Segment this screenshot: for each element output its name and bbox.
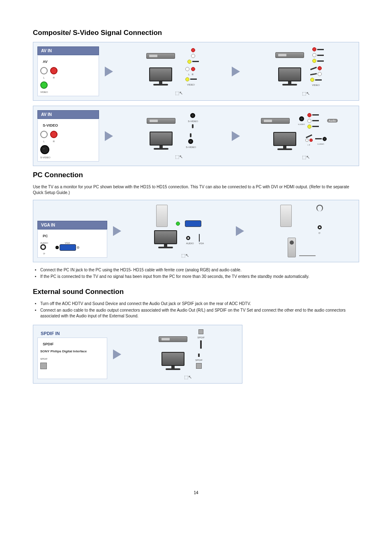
label-l: L (40, 140, 48, 143)
pc-tower-icon (280, 205, 292, 227)
tv-icon (149, 132, 173, 150)
tv-icon (272, 132, 297, 150)
audio-jack-icon (318, 225, 322, 229)
panel-subtitle-spdif: SPDIF (40, 340, 104, 347)
sound-bullets: Turn off the AOC HDTV and Sound Device a… (40, 301, 359, 319)
plug-group-icon: L R (305, 136, 313, 146)
speaker-icon (288, 238, 296, 257)
label-r: R (50, 76, 58, 79)
cursor-icon: ⬚↖ (302, 91, 310, 96)
label-spdif: SPDIF (40, 358, 104, 360)
jack-video-icon (40, 81, 48, 89)
vga-port-icon (60, 244, 76, 251)
arrow-icon (232, 67, 240, 76)
page-number: 14 (33, 490, 359, 495)
diagram-av-svideo: AV IN S-VIDEO L R S-VIDEO (33, 106, 359, 166)
label-l: L (40, 76, 48, 79)
cursor-icon: ⬚↖ (184, 375, 192, 380)
plug-group-icon: VIDEO (310, 66, 322, 86)
diagram-vga: VGA IN PC AUDIO ⟳ VGA (33, 200, 359, 262)
tv-icon (161, 352, 185, 370)
list-item: Turn off the AOC HDTV and Sound Device a… (40, 301, 359, 307)
spdif-port-icon (198, 329, 203, 334)
jack-group-icon (187, 48, 199, 64)
plug-group-icon (312, 47, 324, 63)
cursor-icon: ⬚↖ (181, 253, 189, 258)
svideo-conn-icon: S-VIDEO (186, 133, 196, 148)
panel-title-spdif: SPDIF IN (37, 329, 107, 338)
arrow-icon (105, 131, 113, 141)
pc-tower-icon (156, 205, 168, 227)
heading-composite: Composite/ S-Video Signal Connection (33, 29, 359, 37)
dvd-player-icon (275, 52, 304, 58)
cursor-icon: ⬚↖ (175, 154, 183, 160)
diagram-spdif: SPDIF IN SPDIF SONY Philips Digital Inte… (33, 325, 242, 384)
list-item: If the PC is connected to the TV and no … (40, 274, 359, 280)
tv-icon (277, 67, 302, 86)
jack-r-icon (50, 131, 58, 138)
panel-title-avin2: AV IN (37, 110, 99, 119)
label-video: VIDEO (40, 91, 96, 93)
audio-tag: Audio (327, 119, 338, 123)
tv-icon (153, 230, 178, 248)
audio-out-icon (176, 222, 180, 226)
pc-description: Use the TV as a monitor for your PC show… (33, 184, 359, 196)
dvd-player-icon (147, 118, 175, 124)
list-item: Connect an audio cable to the audio outp… (40, 308, 359, 319)
cursor-icon: ⬚↖ (175, 90, 183, 96)
dvd-player-icon (159, 336, 187, 342)
label-r: R (50, 140, 58, 143)
plug-group-icon (307, 113, 319, 129)
arrow-icon (232, 131, 240, 141)
panel-title-vga: VGA IN (37, 221, 107, 229)
list-item: Connect the PC IN jack to the PC using t… (40, 267, 359, 273)
svideo-conn-icon: S-VIDEO (298, 116, 304, 125)
vga-port-icon (199, 234, 200, 242)
jack-l-icon (40, 67, 48, 74)
headphone-icon (316, 205, 323, 211)
heading-external-sound: External sound Connection (33, 288, 359, 296)
arrow-icon (113, 349, 121, 359)
spdif-fullname: SONY Philips Digital Interface (40, 349, 104, 353)
pc-bullets: Connect the PC IN jack to the PC using t… (40, 267, 359, 280)
svideo-conn-icon: S-VIDEO (315, 137, 327, 145)
spdif-port-icon (40, 363, 47, 369)
spdif-port-icon (196, 363, 202, 369)
jack-group-icon: L R VIDEO (185, 67, 197, 86)
panel-title-avin1: AV IN (37, 46, 99, 55)
svideo-jack-icon (40, 145, 49, 154)
svideo-conn-icon: S-VIDEO (188, 113, 198, 128)
arrow-icon (236, 226, 244, 236)
audio-jack-icon (186, 236, 190, 240)
cursor-icon: ⬚↖ (302, 155, 310, 160)
label-svideo: S-VIDEO (40, 156, 96, 159)
panel-subtitle-pc: PC (40, 232, 104, 239)
dvd-player-icon (261, 118, 290, 124)
panel-subtitle-av: AV (40, 58, 96, 65)
label-audio: AUDIO (40, 242, 48, 244)
arrow-icon (105, 67, 113, 76)
dvd-player-icon (146, 53, 175, 59)
heading-pc: PC Connection (33, 171, 359, 179)
vga-port-icon (185, 220, 201, 227)
panel-subtitle-svideo: S-VIDEO (40, 122, 96, 128)
jack-r-icon (50, 67, 58, 74)
arrow-icon (113, 226, 121, 236)
audio-jack-icon (40, 244, 46, 250)
diagram-av-composite: AV IN AV L R VIDEO (33, 42, 359, 101)
tv-icon (148, 67, 173, 86)
jack-l-icon (40, 131, 48, 138)
